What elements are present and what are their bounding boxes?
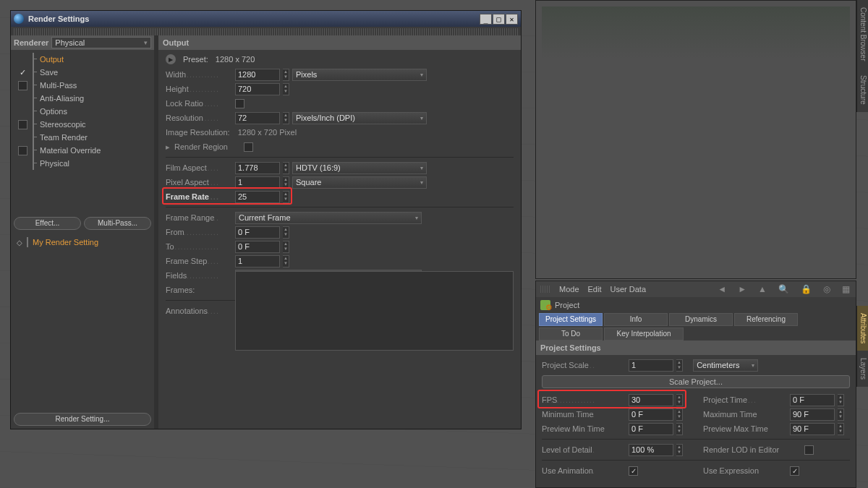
tree-teamrender[interactable]: Team Render [11,131,154,144]
nav-back-icon[interactable]: ◄ [718,284,726,294]
resolution-unit-dropdown[interactable]: Pixels/Inch (DPI) [292,112,427,124]
lod-spinner[interactable]: ▲▼ [676,444,683,456]
projscale-unit-dropdown[interactable]: Centimeters [693,359,758,372]
width-input[interactable]: 1280 [235,69,280,81]
tab-referencing[interactable]: Referencing [734,313,798,326]
pmin-spinner[interactable]: ▲▼ [676,423,683,435]
projscale-spinner[interactable]: ▲▼ [676,359,683,372]
framestep-input[interactable]: 1 [235,255,280,267]
annotations-input[interactable] [235,271,514,351]
tab-dynamics[interactable]: Dynamics [669,313,733,326]
stereoscopic-checkbox[interactable] [18,120,27,129]
materialoverride-checkbox[interactable] [18,146,27,155]
framerate-input[interactable]: 25 [235,191,280,203]
tree-output[interactable]: Output [11,53,154,66]
breadcrumb[interactable]: Project [555,301,579,309]
to-input[interactable]: 0 F [235,241,280,253]
mintime-spinner[interactable]: ▲▼ [676,408,683,421]
tree-save[interactable]: ✓Save [11,66,154,79]
projecttime-label: Project Time [703,395,787,404]
drag-handle[interactable] [14,28,518,35]
nav-fwd-icon[interactable]: ► [738,284,746,294]
useanim-checkbox[interactable] [629,466,638,476]
maxtime-spinner[interactable]: ▲▼ [838,408,844,421]
projecttime-input[interactable]: 0 F [790,394,835,406]
vtab-content-browser[interactable]: Content Browser [856,0,868,68]
height-input[interactable]: 720 [235,83,280,95]
minimize-button[interactable]: _ [480,14,492,25]
from-spinner[interactable]: ▲▼ [283,226,289,239]
projscale-input[interactable]: 1 [629,359,673,372]
lod-input[interactable]: 100 % [629,444,673,456]
width-unit-dropdown[interactable]: Pixels [292,69,427,81]
menu-edit[interactable]: Edit [588,285,602,294]
vtab-attributes[interactable]: Attributes [856,306,868,351]
filmaspect-dropdown[interactable]: HDTV (16:9) [292,162,427,174]
effect-button[interactable]: Effect... [14,217,81,230]
fps-spinner[interactable]: ▲▼ [676,394,683,406]
tab-project-settings[interactable]: Project Settings [539,313,603,326]
projecttime-spinner[interactable]: ▲▼ [838,394,844,406]
tab-keyinterp[interactable]: Key Interpolation [604,328,684,341]
pmax-spinner[interactable]: ▲▼ [838,423,844,435]
height-spinner[interactable]: ▲▼ [283,83,289,95]
pixelaspect-dropdown[interactable]: Square [292,176,427,189]
nav-up-icon[interactable]: ▲ [758,284,767,294]
pixelaspect-spinner[interactable]: ▲▼ [283,176,289,189]
window-titlebar[interactable]: Render Settings _ □ ✕ [11,11,521,27]
multipass-checkbox[interactable] [18,81,27,90]
maxtime-input[interactable]: 90 F [790,408,835,421]
lock-icon[interactable]: 🔒 [801,284,812,294]
renderregion-checkbox[interactable] [244,142,253,152]
tab-info[interactable]: Info [604,313,668,326]
menu-userdata[interactable]: User Data [610,285,647,294]
framestep-spinner[interactable]: ▲▼ [283,255,289,267]
search-icon[interactable]: 🔍 [778,284,789,294]
target-icon[interactable]: ◎ [823,284,830,294]
vtab-layers[interactable]: Layers [856,351,868,387]
pixelaspect-input[interactable]: 1 [235,176,280,189]
to-spinner[interactable]: ▲▼ [283,241,289,253]
tree-materialoverride[interactable]: Material Override [11,144,154,157]
tree-multipass[interactable]: Multi-Pass [11,79,154,92]
resolution-input[interactable]: 72 [235,112,280,124]
useexpr-checkbox[interactable] [790,466,799,476]
mintime-input[interactable]: 0 F [629,408,673,421]
tab-todo[interactable]: To Do [539,328,603,341]
preset-play-icon[interactable]: ▶ [166,54,176,64]
pmin-input[interactable]: 0 F [629,423,673,435]
viewport[interactable] [535,0,856,279]
width-spinner[interactable]: ▲▼ [283,69,289,81]
filmaspect-spinner[interactable]: ▲▼ [283,162,289,174]
expand-renderregion-icon[interactable]: ▸ [166,142,171,152]
attr-drag-handle[interactable] [540,286,550,293]
filmaspect-input[interactable]: 1.778 [235,162,280,174]
vertical-tabs: Content Browser Structure Attributes Lay… [856,0,868,488]
render-settings-window: Render Settings _ □ ✕ Renderer Physical … [10,10,522,429]
multipass-button[interactable]: Multi-Pass... [84,217,151,230]
tree-physical[interactable]: Physical [11,157,154,170]
tree-antialiasing[interactable]: Anti-Aliasing [11,92,154,105]
renderlod-checkbox[interactable] [804,445,814,455]
tree-stereoscopic[interactable]: Stereoscopic [11,118,154,131]
menu-mode[interactable]: Mode [559,285,579,294]
pmax-label: Preview Max Time [703,424,787,433]
pmax-input[interactable]: 90 F [790,423,835,435]
tree-options[interactable]: Options [11,105,154,118]
close-button[interactable]: ✕ [506,14,518,25]
new-panel-icon[interactable]: ▦ [842,284,850,294]
lockratio-checkbox[interactable] [235,99,244,108]
scale-project-button[interactable]: Scale Project... [542,375,850,388]
framerate-spinner[interactable]: ▲▼ [283,191,289,203]
fps-input[interactable]: 30 [629,394,673,406]
pixelaspect-label: Pixel Aspect [166,178,232,187]
vtab-structure[interactable]: Structure [856,68,868,112]
framerange-dropdown[interactable]: Current Frame [235,212,422,224]
maximize-button[interactable]: □ [493,14,505,25]
my-render-setting[interactable]: ◇ My Render Setting [17,237,148,247]
framerange-label: Frame Range [166,213,232,222]
render-setting-button[interactable]: Render Setting... [14,413,151,426]
renderer-dropdown[interactable]: Physical [51,37,151,48]
resolution-spinner[interactable]: ▲▼ [283,112,289,124]
from-input[interactable]: 0 F [235,226,280,239]
